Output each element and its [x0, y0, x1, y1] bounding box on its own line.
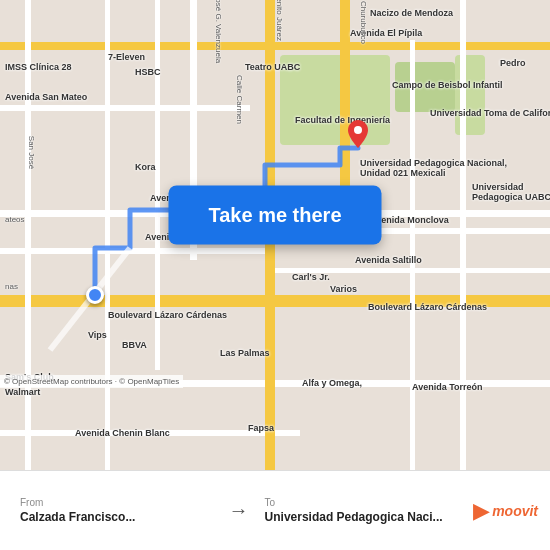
map-container: Take me there Nacizo de Mendoza Avenida …	[0, 0, 550, 470]
park-area	[280, 55, 390, 145]
moovit-logo: ▶ moovit	[465, 498, 538, 524]
road-right1	[460, 0, 466, 470]
osm-credit: © OpenStreetMap contributors · © OpenMap…	[0, 375, 183, 388]
road-chenin	[0, 430, 300, 436]
from-section: From Calzada Francisco...	[12, 497, 221, 524]
svg-point-1	[354, 126, 362, 134]
bottom-bar: From Calzada Francisco... → To Universid…	[0, 470, 550, 550]
road-v-155	[155, 0, 160, 370]
from-value: Calzada Francisco...	[20, 510, 213, 524]
origin-marker	[86, 286, 104, 304]
road-v-410	[410, 40, 415, 470]
road-sanmateo	[0, 105, 250, 111]
road-churubusco	[340, 0, 350, 200]
road-jose	[25, 0, 31, 470]
park-area-2	[395, 62, 455, 112]
moovit-text: moovit	[492, 503, 538, 519]
to-section: To Universidad Pedagogica Naci...	[257, 497, 466, 524]
from-label: From	[20, 497, 213, 508]
arrow-icon: →	[221, 499, 257, 522]
road-trinidad	[0, 248, 270, 254]
to-value: Universidad Pedagogica Naci...	[265, 510, 458, 524]
to-label: To	[265, 497, 458, 508]
road-v-105	[105, 0, 110, 470]
road-pipila	[0, 42, 550, 50]
destination-marker	[348, 120, 368, 148]
cta-button[interactable]: Take me there	[168, 186, 381, 245]
road-lazaro	[0, 295, 550, 307]
